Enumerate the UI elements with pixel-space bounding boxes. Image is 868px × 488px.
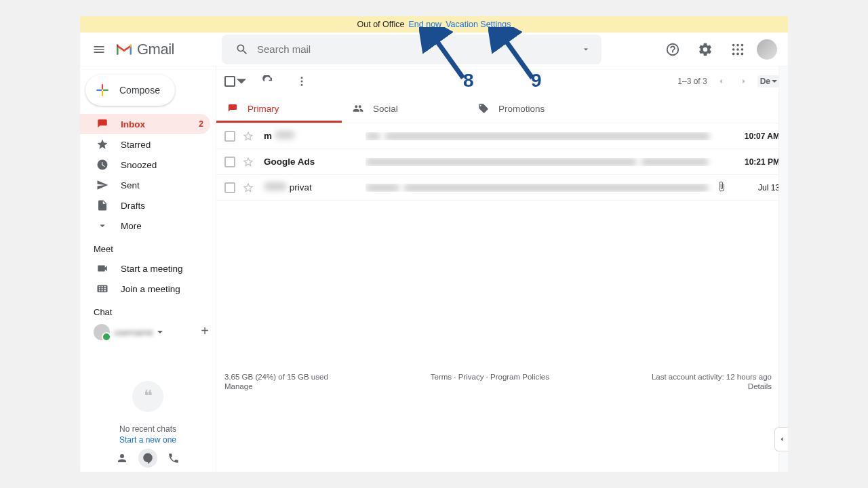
- keyboard-icon: [96, 283, 108, 295]
- people-icon: [353, 103, 363, 114]
- chat-user[interactable]: username: [94, 324, 163, 340]
- support-button[interactable]: [659, 36, 686, 63]
- nav-snoozed[interactable]: Snoozed: [80, 155, 210, 175]
- svg-point-11: [301, 84, 303, 86]
- chevron-left-icon: [778, 435, 786, 443]
- start-new-chat-link[interactable]: Start a new one: [80, 435, 216, 445]
- refresh-icon: [262, 75, 274, 87]
- gmail-icon: [115, 43, 133, 56]
- star-button[interactable]: [242, 130, 254, 142]
- chat-section-title: Chat: [80, 299, 216, 321]
- svg-point-5: [741, 48, 744, 51]
- gmail-logo[interactable]: Gmail: [115, 41, 174, 58]
- side-panel: [778, 66, 788, 472]
- svg-point-7: [736, 52, 739, 55]
- product-name: Gmail: [137, 41, 174, 58]
- manage-storage-link[interactable]: Manage: [224, 382, 328, 390]
- email-checkbox[interactable]: [224, 157, 235, 167]
- account-avatar[interactable]: [757, 39, 777, 60]
- svg-point-6: [732, 52, 735, 55]
- nav-drafts[interactable]: Drafts: [80, 195, 210, 216]
- end-now-link[interactable]: End now: [408, 20, 441, 29]
- search-options-button[interactable]: [576, 43, 596, 56]
- email-row[interactable]: m 10:07 AM: [216, 123, 788, 149]
- chevron-down-icon: [96, 220, 108, 232]
- email-sender: Google Ads: [264, 157, 366, 167]
- send-icon: [96, 179, 108, 191]
- next-page[interactable]: [734, 72, 753, 91]
- chevron-left-icon: [716, 77, 726, 86]
- hangouts-icon: [142, 452, 154, 464]
- email-checkbox[interactable]: [224, 131, 235, 142]
- email-row[interactable]: Google Ads 10:21 PM: [216, 149, 788, 175]
- search-icon: [235, 43, 249, 56]
- page-range: 1–3 of 3: [677, 77, 707, 86]
- hamburger-icon: [92, 43, 106, 56]
- svg-point-8: [741, 52, 744, 55]
- gear-icon: [698, 42, 713, 57]
- email-checkbox[interactable]: [224, 182, 235, 193]
- tab-promotions[interactable]: Promotions: [467, 96, 593, 123]
- terms-link[interactable]: Terms: [431, 373, 452, 381]
- refresh-button[interactable]: [256, 69, 280, 94]
- compose-label: Compose: [119, 85, 160, 96]
- details-link[interactable]: Details: [652, 382, 772, 390]
- star-icon: [96, 138, 108, 150]
- join-meeting[interactable]: Join a meeting: [80, 279, 216, 299]
- side-panel-toggle[interactable]: [774, 427, 788, 451]
- caret-down-icon: [157, 329, 163, 335]
- banner-label: Out of Office: [357, 20, 405, 29]
- svg-point-4: [736, 48, 739, 51]
- footer-links: Terms · Privacy · Program Policies: [431, 373, 549, 390]
- contacts-tab[interactable]: [113, 449, 132, 468]
- star-button[interactable]: [242, 182, 254, 194]
- input-tools-button[interactable]: De: [757, 75, 780, 87]
- privacy-link[interactable]: Privacy: [458, 373, 484, 381]
- prev-page[interactable]: [711, 72, 730, 91]
- apps-button[interactable]: [724, 36, 751, 63]
- meet-section-title: Meet: [80, 236, 216, 258]
- more-button[interactable]: [290, 69, 314, 94]
- select-all-checkbox[interactable]: [224, 76, 246, 87]
- more-vert-icon: [296, 75, 308, 87]
- svg-point-3: [732, 48, 735, 51]
- file-icon: [96, 199, 108, 211]
- storage-text: 3.65 GB (24%) of 15 GB used: [224, 373, 328, 381]
- tag-icon: [478, 103, 489, 114]
- search-bar[interactable]: [222, 35, 601, 64]
- main-menu-button[interactable]: [85, 36, 113, 63]
- tab-primary[interactable]: Primary: [216, 96, 342, 123]
- apps-grid-icon: [730, 42, 745, 57]
- nav-inbox[interactable]: Inbox 2: [80, 114, 210, 134]
- compose-button[interactable]: Compose: [85, 75, 175, 106]
- email-row[interactable]: privat Jul 13: [216, 175, 788, 201]
- email-subject: [366, 184, 716, 192]
- nav-sent[interactable]: Sent: [80, 175, 210, 195]
- new-chat-button[interactable]: +: [201, 323, 209, 339]
- search-input[interactable]: [257, 43, 576, 55]
- phone-icon: [167, 452, 180, 464]
- email-subject: [366, 132, 732, 140]
- email-date: 10:07 AM: [732, 131, 780, 141]
- settings-button[interactable]: [692, 36, 719, 63]
- activity-text: Last account activity: 12 hours ago: [652, 373, 772, 381]
- email-subject: [366, 158, 732, 166]
- plus-icon: [94, 81, 111, 99]
- nav-starred[interactable]: Starred: [80, 134, 210, 155]
- chat-empty-icon: ❝: [132, 381, 163, 412]
- vacation-settings-link[interactable]: Vacation Settings: [446, 20, 511, 29]
- inbox-icon: [227, 103, 238, 114]
- tab-social[interactable]: Social: [342, 96, 467, 123]
- policies-link[interactable]: Program Policies: [490, 373, 549, 381]
- no-recent-chats: No recent chats: [80, 424, 216, 434]
- star-button[interactable]: [242, 156, 254, 168]
- chevron-right-icon: [739, 77, 749, 86]
- hangouts-tab[interactable]: [138, 449, 157, 468]
- caret-down-icon: [772, 79, 777, 84]
- chat-avatar: [94, 324, 110, 340]
- out-of-office-banner: Out of Office End now Vacation Settings: [80, 16, 788, 33]
- nav-more[interactable]: More: [80, 216, 210, 236]
- caret-down-icon: [237, 77, 246, 86]
- start-meeting[interactable]: Start a meeting: [80, 258, 216, 279]
- phone-tab[interactable]: [164, 449, 183, 468]
